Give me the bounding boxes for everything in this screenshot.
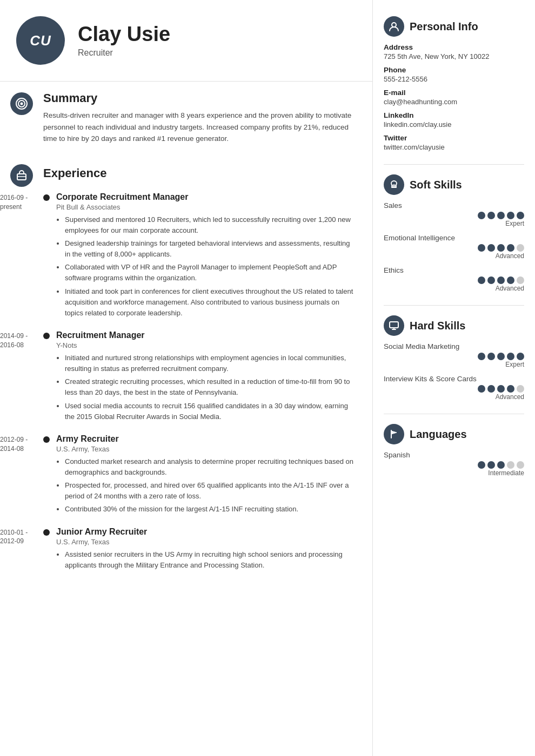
divider-2	[384, 305, 524, 306]
exp-bullet-1-0: Initiated and nurtured strong relationsh…	[65, 353, 356, 374]
summary-text: Results-driven recruiter and manager wit…	[43, 110, 356, 145]
exp-details-0: Corporate Recruitment ManagerPit Bull & …	[56, 192, 356, 321]
exp-details-3: Junior Army RecruiterU.S. Army, TexasAss…	[56, 527, 356, 573]
hard-skills-list-level-0: Expert	[384, 361, 524, 368]
soft-skills-list-dot-2-3	[507, 276, 514, 284]
soft-skills-list-dot-0-4	[517, 212, 524, 219]
svg-rect-9	[390, 322, 398, 328]
hard-skills-list: Social Media MarketingExpertInterview Ki…	[384, 342, 524, 401]
summary-heading: Summary	[43, 91, 356, 105]
soft-skills-list-dot-1-2	[497, 244, 505, 252]
exp-bullet-0-0: Supervised and mentored 10 Recruiters, w…	[65, 214, 356, 236]
summary-section: Summary Results-driven recruiter and man…	[0, 82, 372, 154]
hard-skills-list-dots-0	[384, 353, 524, 360]
exp-date-1: 2014-09 - 2016-08	[0, 330, 43, 350]
languages-list-dot-0-0	[478, 461, 485, 469]
experience-entry-3: 2010-01 - 2012-09Junior Army RecruiterU.…	[0, 527, 356, 573]
exp-date-3: 2010-01 - 2012-09	[0, 527, 43, 546]
languages-list-dot-0-4	[517, 461, 524, 469]
hard-skills-list-row-1: Interview Kits & Score CardsAdvanced	[384, 375, 524, 401]
languages-list-name-0: Spanish	[384, 451, 524, 459]
exp-bullets-0: Supervised and mentored 10 Recruiters, w…	[56, 214, 356, 319]
exp-dot-2	[43, 436, 50, 443]
languages-list-dot-0-2	[497, 461, 505, 469]
header-section: CU Clay Usie Recruiter	[0, 16, 372, 82]
experience-icon-col	[0, 164, 43, 187]
experience-heading: Experience	[43, 166, 106, 180]
personal-info-section: Personal Info Address725 5th Ave, New Yo…	[384, 16, 524, 151]
languages-list-row-0: SpanishIntermediate	[384, 451, 524, 477]
personal-info-value-4: twitter.com/clayusie	[384, 143, 524, 151]
personal-info-title: Personal Info	[410, 21, 478, 33]
soft-skills-list-dot-2-4	[517, 276, 524, 284]
hard-skills-list-row-0: Social Media MarketingExpert	[384, 342, 524, 368]
exp-bullet-0-1: Designed leadership trainings for target…	[65, 238, 356, 260]
exp-bullet-0-2: Collaborated with VP of HR and the Payro…	[65, 262, 356, 284]
soft-skills-list-dot-0-1	[487, 212, 495, 219]
exp-company-3: U.S. Army, Texas	[56, 538, 356, 546]
soft-skills-list-dots-1	[384, 244, 524, 252]
languages-list-dot-0-1	[487, 461, 495, 469]
soft-skills-list-level-1: Advanced	[384, 252, 524, 260]
soft-skills-list-row-1: Emotional IntelligenceAdvanced	[384, 234, 524, 260]
soft-skills-list-row-0: SalesExpert	[384, 201, 524, 227]
experience-entry-2: 2012-09 - 2014-08Army RecruiterU.S. Army…	[0, 434, 356, 517]
exp-dot-3	[43, 529, 50, 536]
soft-skills-list-row-2: EthicsAdvanced	[384, 266, 524, 292]
exp-job-title-3: Junior Army Recruiter	[56, 527, 356, 537]
soft-skills-icon	[384, 174, 404, 195]
soft-skills-list-dot-1-1	[487, 244, 495, 252]
exp-job-title-1: Recruitment Manager	[56, 330, 356, 340]
languages-list: SpanishIntermediate	[384, 451, 524, 477]
experience-header: Experience	[0, 154, 356, 192]
soft-skills-list-dot-2-1	[487, 276, 495, 284]
soft-skills-list-dot-2-2	[497, 276, 505, 284]
experience-section: Experience 2016-09 - presentCorporate Re…	[0, 154, 372, 573]
hard-skills-list-dot-0-3	[507, 353, 514, 360]
exp-job-title-0: Corporate Recruitment Manager	[56, 192, 356, 202]
experience-entries: 2016-09 - presentCorporate Recruitment M…	[0, 192, 356, 573]
soft-skills-list-dot-1-3	[507, 244, 514, 252]
hard-skills-list-name-0: Social Media Marketing	[384, 342, 524, 350]
soft-skills-list-dot-1-4	[517, 244, 524, 252]
soft-skills-list-dot-2-0	[478, 276, 485, 284]
soft-skills-list-dots-0	[384, 212, 524, 219]
right-column: Personal Info Address725 5th Ave, New Yo…	[373, 0, 535, 756]
languages-title: Languages	[410, 428, 467, 441]
exp-bullet-2-2: Contributed 30% of the mission for the l…	[65, 504, 356, 515]
personal-info-label-0: Address	[384, 43, 524, 51]
exp-bullet-1-1: Created strategic recruiting processes, …	[65, 376, 356, 398]
experience-entry-1: 2014-09 - 2016-08Recruitment ManagerY-No…	[0, 330, 356, 424]
hard-skills-list-dot-1-3	[507, 385, 514, 393]
summary-icon-col	[0, 91, 43, 115]
personal-info-label-4: Twitter	[384, 134, 524, 142]
exp-details-2: Army RecruiterU.S. Army, TexasConducted …	[56, 434, 356, 517]
header-info: Clay Usie Recruiter	[78, 23, 170, 58]
hard-skills-list-name-1: Interview Kits & Score Cards	[384, 375, 524, 383]
exp-dot-0	[43, 194, 50, 201]
exp-job-title-2: Army Recruiter	[56, 434, 356, 444]
exp-date-0: 2016-09 - present	[0, 192, 43, 212]
hard-skills-list-level-1: Advanced	[384, 393, 524, 401]
exp-bullets-2: Conducted market research and analysis t…	[56, 456, 356, 515]
soft-skills-list-name-2: Ethics	[384, 266, 524, 274]
hard-skills-icon	[384, 315, 404, 336]
soft-skills-list-dots-2	[384, 276, 524, 284]
exp-bullet-0-3: Initiated and took part in conferences f…	[65, 286, 356, 319]
exp-dot-1	[43, 333, 50, 339]
soft-skills-list-dot-1-0	[478, 244, 485, 252]
divider-1	[384, 164, 524, 165]
languages-list-dots-0	[384, 461, 524, 469]
soft-skills-title: Soft Skills	[410, 179, 462, 191]
candidate-title: Recruiter	[78, 48, 170, 58]
hard-skills-list-dots-1	[384, 385, 524, 393]
exp-bullets-3: Assisted senior recruiters in the US Arm…	[56, 549, 356, 571]
avatar: CU	[16, 16, 65, 65]
personal-info-icon	[384, 16, 404, 37]
hard-skills-list-dot-0-1	[487, 353, 495, 360]
personal-info-value-0: 725 5th Ave, New York, NY 10022	[384, 52, 524, 60]
exp-company-1: Y-Nots	[56, 341, 356, 349]
soft-skills-section: Soft Skills SalesExpertEmotional Intelli…	[384, 174, 524, 292]
exp-bullet-2-0: Conducted market research and analysis t…	[65, 456, 356, 478]
personal-info-value-1: 555-212-5556	[384, 75, 524, 83]
